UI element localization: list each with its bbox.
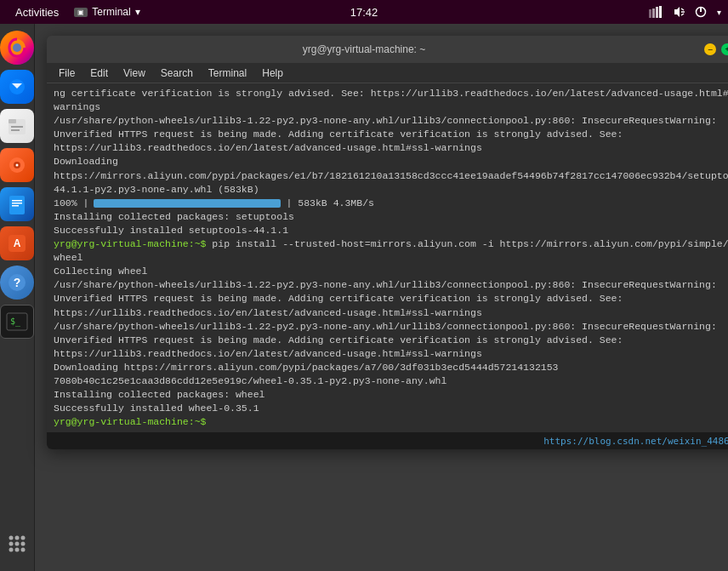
terminal-line-1: ng certificate verification is strongly … bbox=[54, 87, 728, 114]
application-dock: A ? $_ bbox=[0, 24, 35, 571]
svg-point-32 bbox=[21, 536, 26, 540]
terminal-label: Terminal bbox=[92, 6, 130, 18]
dock-icon-rhythmbox[interactable] bbox=[0, 148, 34, 182]
volume-icon[interactable] bbox=[673, 6, 685, 18]
svg-rect-2 bbox=[656, 7, 658, 18]
dock-icon-firefox[interactable] bbox=[0, 31, 34, 65]
topbar-right: ▾ bbox=[649, 6, 721, 18]
svg-marker-4 bbox=[674, 7, 680, 17]
window-controls: – + ✕ bbox=[704, 43, 728, 55]
dock-icon-ubuntu-software[interactable]: A bbox=[0, 226, 34, 260]
terminal-indicator[interactable]: ▣ Terminal ▾ bbox=[67, 6, 146, 18]
svg-point-30 bbox=[9, 536, 14, 540]
svg-rect-16 bbox=[11, 129, 20, 131]
dock-icon-help[interactable]: ? bbox=[0, 266, 34, 300]
terminal-small-icon: ▣ bbox=[74, 8, 88, 17]
power-icon[interactable] bbox=[695, 6, 707, 18]
progress-bar bbox=[94, 199, 281, 208]
svg-line-7 bbox=[681, 14, 684, 15]
svg-point-33 bbox=[9, 542, 14, 546]
svg-point-31 bbox=[15, 536, 20, 540]
svg-point-11 bbox=[13, 43, 21, 52]
svg-rect-22 bbox=[12, 203, 22, 204]
terminal-line-9: /usr/share/python-wheels/urllib3-1.22-py… bbox=[54, 278, 728, 319]
activities-button[interactable]: Activities bbox=[7, 0, 67, 24]
system-topbar: Activities ▣ Terminal ▾ 17:42 ▾ bbox=[0, 0, 728, 24]
dock-icon-appgrid[interactable] bbox=[0, 527, 34, 561]
terminal-statusbar: https://blog.csdn.net/weixin_44862509 bbox=[47, 432, 728, 449]
terminal-line-3: Downloading https://mirrors.aliyun.com/p… bbox=[54, 155, 728, 196]
menu-terminal[interactable]: Terminal bbox=[202, 66, 253, 81]
prompt-text-2: yrg@yrg-virtual-machine:~$ bbox=[54, 416, 206, 427]
svg-point-35 bbox=[21, 542, 26, 546]
svg-text:A: A bbox=[14, 237, 21, 249]
menu-view[interactable]: View bbox=[117, 66, 152, 81]
terminal-window-title: yrg@yrg-virtual-machine: ~ bbox=[303, 43, 426, 55]
terminal-chevron: ▾ bbox=[135, 6, 140, 18]
dock-icon-libreoffice[interactable] bbox=[0, 187, 34, 221]
svg-rect-15 bbox=[11, 126, 23, 128]
svg-line-5 bbox=[681, 9, 684, 10]
topbar-left: Activities ▣ Terminal ▾ bbox=[7, 0, 147, 24]
svg-text:?: ? bbox=[14, 276, 21, 289]
svg-point-36 bbox=[9, 548, 14, 552]
terminal-line-5: Installing collected packages: setuptool… bbox=[54, 210, 728, 224]
terminal-output[interactable]: ng certificate verification is strongly … bbox=[47, 83, 728, 432]
terminal-line-11: Downloading https://mirrors.aliyun.com/p… bbox=[54, 361, 728, 388]
network-icon[interactable] bbox=[649, 6, 663, 18]
svg-rect-0 bbox=[649, 9, 651, 18]
menu-edit[interactable]: Edit bbox=[83, 66, 115, 81]
svg-point-34 bbox=[15, 542, 20, 546]
status-url: https://blog.csdn.net/weixin_44862509 bbox=[543, 436, 728, 447]
terminal-line-12: Installing collected packages: wheel bbox=[54, 388, 728, 402]
svg-point-38 bbox=[21, 548, 26, 552]
terminal-line-10: /usr/share/python-wheels/urllib3-1.22-py… bbox=[54, 320, 728, 361]
terminal-prompt-line-2[interactable]: yrg@yrg-virtual-machine:~$ bbox=[54, 415, 728, 429]
svg-rect-1 bbox=[652, 9, 655, 18]
terminal-menubar: File Edit View Search Terminal Help bbox=[47, 63, 728, 83]
svg-text:$_: $_ bbox=[10, 317, 21, 327]
dock-icon-thunderbird[interactable] bbox=[0, 70, 34, 104]
terminal-progress-line: 100% | | 583kB 4.3MB/s bbox=[54, 197, 728, 210]
terminal-line-8: Collecting wheel bbox=[54, 265, 728, 278]
prompt-text-1: yrg@yrg-virtual-machine:~$ bbox=[54, 238, 206, 249]
dock-icon-terminal[interactable]: $_ bbox=[0, 305, 34, 339]
svg-rect-3 bbox=[659, 6, 662, 18]
maximize-button[interactable]: + bbox=[721, 43, 728, 55]
terminal-window: yrg@yrg-virtual-machine: ~ – + ✕ File Ed… bbox=[47, 36, 728, 449]
svg-rect-23 bbox=[12, 205, 19, 207]
terminal-prompt-line-1: yrg@yrg-virtual-machine:~$ pip install -… bbox=[54, 237, 728, 265]
dock-icon-files[interactable] bbox=[0, 109, 34, 143]
terminal-line-2: /usr/share/python-wheels/urllib3-1.22-py… bbox=[54, 114, 728, 155]
svg-rect-21 bbox=[12, 200, 22, 202]
desktop-area: yrg@yrg-virtual-machine: ~ – + ✕ File Ed… bbox=[35, 24, 728, 571]
topbar-clock: 17:42 bbox=[350, 6, 378, 19]
menu-file[interactable]: File bbox=[52, 66, 82, 81]
svg-point-19 bbox=[16, 164, 19, 167]
svg-point-37 bbox=[15, 548, 20, 552]
terminal-line-6: Successfully installed setuptools-44.1.1 bbox=[54, 224, 728, 237]
minimize-button[interactable]: – bbox=[704, 43, 716, 55]
terminal-titlebar: yrg@yrg-virtual-machine: ~ – + ✕ bbox=[47, 36, 728, 63]
main-layout: A ? $_ bbox=[0, 24, 728, 571]
menu-help[interactable]: Help bbox=[255, 66, 290, 81]
menu-search[interactable]: Search bbox=[154, 66, 200, 81]
terminal-line-13: Successfully installed wheel-0.35.1 bbox=[54, 402, 728, 415]
topbar-menu-chevron[interactable]: ▾ bbox=[717, 8, 721, 17]
svg-rect-14 bbox=[9, 119, 16, 123]
